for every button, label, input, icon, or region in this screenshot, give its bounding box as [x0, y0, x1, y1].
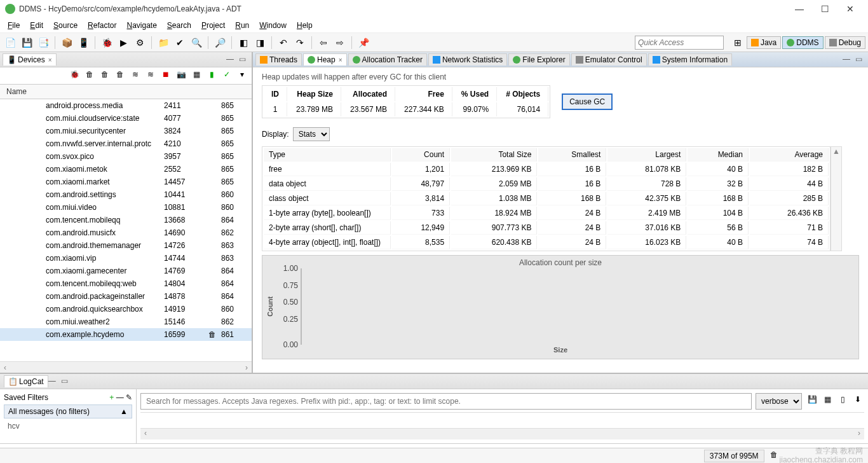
open-type-button[interactable]: 🔍	[189, 35, 204, 50]
process-row[interactable]: com.xiaomi.metok2552865	[0, 163, 252, 176]
process-row[interactable]: com.android.quicksearchbox14919860	[0, 303, 252, 315]
stats-header[interactable]: Total Size	[451, 148, 537, 162]
toggle-breakpoint-button[interactable]: ◧	[236, 35, 251, 50]
clear-log-button[interactable]: ▦	[821, 395, 834, 408]
process-row[interactable]: com.example.hcydemo16599🗑861	[0, 328, 252, 341]
process-row[interactable]: android.process.media2411865	[0, 99, 252, 112]
heap-stats-table[interactable]: TypeCountTotal SizeSmallestLargestMedian…	[262, 146, 831, 251]
tab-threads[interactable]: Threads	[255, 53, 302, 66]
process-row[interactable]: com.miui.video10881860	[0, 201, 252, 214]
forward-button[interactable]: ⇨	[332, 35, 348, 50]
minimize-button[interactable]: —	[787, 1, 812, 17]
start-opengl-trace-button[interactable]: ✓	[221, 70, 233, 81]
view-menu-button[interactable]: ▾	[236, 70, 248, 81]
stats-row[interactable]: 1-byte array (byte[], boolean[])73318.92…	[264, 207, 829, 220]
toggle-mark-button[interactable]: ◨	[252, 35, 268, 50]
dump-hprof-button[interactable]: 🗑	[99, 70, 111, 81]
process-row[interactable]: com.nvwfd.server.internal.protc4210865	[0, 137, 252, 150]
save-all-button[interactable]: 📑	[36, 35, 51, 50]
lint-button[interactable]: ✔	[172, 35, 187, 50]
stats-row[interactable]: free1,201213.969 KB16 B81.078 KB40 B182 …	[264, 163, 829, 176]
stats-header[interactable]: Largest	[607, 148, 686, 162]
maximize-view-button[interactable]: ▭	[239, 55, 249, 65]
perspective-java[interactable]: Java	[747, 36, 781, 49]
stats-header[interactable]: Median	[688, 148, 749, 162]
dump-view-button[interactable]: ▦	[191, 70, 202, 81]
menu-refactor[interactable]: Refactor	[83, 20, 121, 31]
process-row[interactable]: com.xiaomi.market14457865	[0, 176, 252, 188]
memory-indicator[interactable]: 373M of 995M	[704, 450, 764, 462]
process-row[interactable]: com.miui.weather215146862	[0, 315, 252, 328]
gc-trash-icon[interactable]: 🗑	[768, 450, 780, 462]
menu-window[interactable]: Window	[254, 20, 292, 31]
tab-logcat[interactable]: 📋 LogCat	[4, 375, 48, 387]
stats-header[interactable]: Type	[264, 148, 391, 162]
stats-header[interactable]: Smallest	[538, 148, 606, 162]
screenshot-button[interactable]: 📷	[175, 70, 187, 81]
log-horizontal-scrollbar[interactable]: ‹›	[140, 428, 864, 439]
menu-run[interactable]: Run	[230, 20, 254, 31]
vertical-scrollbar[interactable]: ▲	[831, 146, 842, 251]
stop-process-button[interactable]: ⏹	[160, 70, 172, 81]
tab-heap[interactable]: Heap×	[303, 53, 347, 66]
maximize-view-button[interactable]: ▭	[61, 377, 71, 387]
menu-edit[interactable]: Edit	[25, 20, 48, 31]
new-button[interactable]: 📄	[3, 35, 18, 50]
display-filters-button[interactable]: ▯	[836, 395, 849, 408]
tab-network-statistics[interactable]: Network Statistics	[428, 53, 507, 66]
save-log-button[interactable]: 💾	[806, 395, 818, 408]
run-button[interactable]: ▶	[116, 35, 131, 50]
perspective-debug[interactable]: Debug	[825, 36, 865, 49]
maximize-view-button[interactable]: ▭	[855, 55, 865, 65]
sdk-manager-button[interactable]: 📦	[59, 35, 74, 50]
stats-row[interactable]: 4-byte array (object[], int[], float[])8…	[264, 236, 829, 249]
save-button[interactable]: 💾	[19, 35, 34, 50]
stats-header[interactable]: Count	[392, 148, 450, 162]
prev-annotation-button[interactable]: ↶	[276, 35, 291, 50]
quick-access-input[interactable]	[635, 36, 724, 50]
log-level-select[interactable]: verbose	[756, 393, 802, 410]
run-config-button[interactable]: ⚙	[132, 35, 147, 50]
menu-source[interactable]: Source	[48, 20, 83, 31]
search-button[interactable]: 🔎	[212, 35, 227, 50]
tab-devices[interactable]: 📱 Devices ×	[3, 53, 57, 66]
debug-process-button[interactable]: 🐞	[69, 70, 80, 81]
add-filter-button[interactable]: +	[109, 393, 114, 402]
minimize-view-button[interactable]: —	[48, 377, 58, 387]
pin-editor-button[interactable]: 📌	[356, 35, 371, 50]
update-heap-button[interactable]: 🗑	[84, 70, 95, 81]
menu-file[interactable]: File	[3, 20, 25, 31]
log-table[interactable]	[140, 412, 864, 425]
menu-search[interactable]: Search	[162, 20, 196, 31]
process-row[interactable]: com.android.packageinstaller14878864	[0, 290, 252, 303]
display-select[interactable]: Stats	[293, 127, 330, 141]
cause-gc-button[interactable]: 🗑	[114, 70, 126, 81]
tab-devices-close[interactable]: ×	[48, 57, 52, 64]
process-row[interactable]: com.miui.cloudservice:state4077865	[0, 112, 252, 125]
remove-filter-button[interactable]: —	[116, 393, 124, 402]
process-row[interactable]: com.tencent.mobileqq13668864	[0, 214, 252, 226]
process-row[interactable]: com.xiaomi.vip14744863	[0, 252, 252, 265]
tab-file-explorer[interactable]: File Explorer	[508, 53, 569, 66]
close-button[interactable]: ✕	[837, 1, 863, 17]
process-row[interactable]: com.tencent.mobileqq:web14804864	[0, 277, 252, 290]
stats-row[interactable]: 2-byte array (short[], char[])12,949907.…	[264, 221, 829, 235]
process-row[interactable]: com.miui.securitycenter3824865	[0, 125, 252, 137]
tab-system-information[interactable]: System Information	[648, 53, 732, 66]
systrace-button[interactable]: ▮	[206, 70, 217, 81]
next-annotation-button[interactable]: ↷	[292, 35, 308, 50]
horizontal-scrollbar[interactable]: ‹›	[0, 361, 252, 373]
stats-row[interactable]: class object3,8141.038 MB168 B42.375 KB1…	[264, 192, 829, 205]
stats-row[interactable]: data object48,7972.059 MB16 B728 B32 B44…	[264, 177, 829, 191]
tab-allocation-tracker[interactable]: Allocation Tracker	[348, 53, 427, 66]
menu-help[interactable]: Help	[292, 20, 318, 31]
process-row[interactable]: com.svox.pico3957865	[0, 150, 252, 163]
process-row[interactable]: com.android.settings10441860	[0, 188, 252, 201]
scroll-lock-button[interactable]: ⬇	[851, 395, 864, 408]
filter-all-messages[interactable]: All messages (no filters)▲	[4, 404, 132, 418]
filter-item[interactable]: hcv	[4, 420, 132, 432]
stats-header[interactable]: Average	[750, 148, 829, 162]
process-row[interactable]: com.android.musicfx14690862	[0, 226, 252, 239]
log-search-input[interactable]	[140, 393, 752, 410]
new-project-button[interactable]: 📁	[156, 35, 171, 50]
